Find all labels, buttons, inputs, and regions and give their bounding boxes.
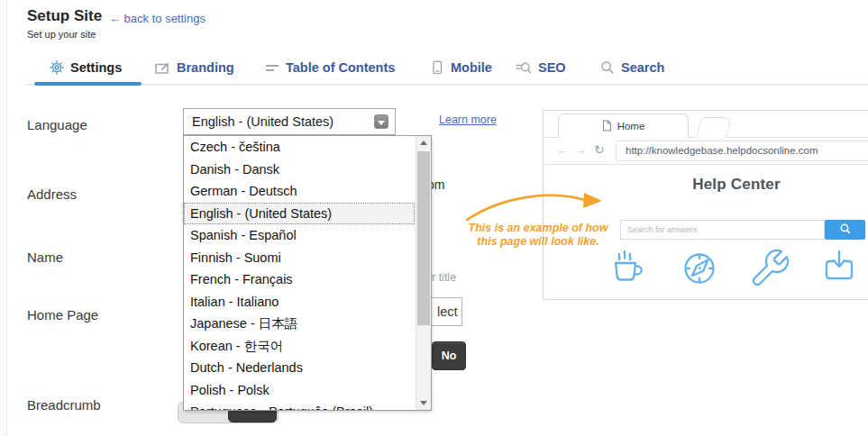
title-placeholder-partial: r title [432, 271, 456, 284]
setup-site-page: Setup Site ← back to settings Set up you… [0, 0, 868, 436]
address-label: Address [27, 186, 77, 202]
language-option[interactable]: Korean - 한국어 [184, 335, 415, 358]
tab-label: Branding [177, 60, 234, 75]
tab-search[interactable]: Search [600, 58, 664, 77]
language-label: Language [27, 117, 87, 132]
tab-label: Table of Contents [286, 60, 395, 75]
scrollbar-thumb[interactable] [417, 151, 430, 325]
language-option[interactable]: Spanish - Español [184, 224, 415, 247]
page-subtitle: Set up your site [27, 29, 96, 40]
back-arrow-icon[interactable]: ← [556, 142, 569, 157]
chevron-down-icon[interactable] [374, 114, 388, 129]
preview-search-input[interactable] [620, 220, 825, 240]
learn-more-link[interactable]: Learn more [439, 114, 497, 126]
language-option[interactable]: Polish - Polsk [184, 379, 415, 402]
edit-icon [155, 61, 170, 75]
language-select-value: English - (United States) [192, 109, 333, 134]
tab-mobile[interactable]: Mobile [430, 58, 492, 77]
tab-seo[interactable]: SEO [516, 58, 566, 77]
language-option[interactable]: Dutch - Nederlands [184, 357, 415, 379]
gear-icon [50, 60, 64, 75]
refresh-icon[interactable]: ↻ [594, 142, 605, 157]
language-select[interactable]: English - (United States) [183, 108, 396, 135]
tab-bar: Settings Branding Table of Contents [27, 56, 868, 86]
url-field[interactable]: http://knowledgebase.helpdocsonline.com [616, 141, 868, 161]
home-page-label: Home Page [27, 307, 98, 322]
browser-tab-strip: Home [544, 111, 868, 138]
url-text: http://knowledgebase.helpdocsonline.com [626, 141, 818, 160]
language-option[interactable]: German - Deutsch [184, 180, 415, 203]
breadcrumb-label: Breadcrumb [27, 397, 101, 413]
scroll-up-icon[interactable] [416, 136, 431, 150]
list-icon [266, 62, 279, 74]
forward-arrow-icon[interactable]: → [574, 142, 587, 157]
left-edge-divider [0, 0, 7, 436]
back-to-settings-link[interactable]: ← back to settings [109, 12, 206, 25]
language-option[interactable]: Finnish - Suomi [184, 247, 415, 269]
page-icon [602, 120, 612, 133]
dropdown-scrollbar[interactable] [416, 136, 431, 410]
annotation-line1: This is an example of how [461, 222, 615, 234]
page-title: Setup Site [27, 7, 102, 25]
language-option[interactable]: Czech - čeština [184, 136, 415, 159]
language-dropdown-list: Czech - češtinaDanish - DanskGerman - De… [183, 135, 432, 411]
wrench-icon[interactable] [748, 247, 791, 290]
magnifier-icon [839, 223, 852, 238]
active-tab-underline [34, 82, 142, 86]
tab-settings[interactable]: Settings [50, 58, 122, 77]
tab-label: Settings [70, 60, 122, 75]
browser-tab-home[interactable]: Home [558, 114, 689, 138]
browser-address-bar: ← → ↻ http://knowledgebase.helpdocsonlin… [544, 138, 868, 165]
seo-magnifier-icon [516, 61, 532, 75]
language-option[interactable]: Portuguese - Português (Brasil) [184, 401, 415, 411]
tab-table-of-contents[interactable]: Table of Contents [266, 58, 395, 77]
tab-label: SEO [538, 60, 566, 75]
no-button[interactable]: No [432, 341, 466, 370]
tab-label: Search [621, 60, 664, 75]
phone-icon [430, 60, 444, 75]
language-option[interactable]: Japanese - 日本語 [184, 313, 415, 335]
download-icon[interactable] [818, 247, 861, 290]
compass-icon[interactable] [678, 247, 721, 290]
tab-branding[interactable]: Branding [155, 58, 234, 77]
language-option[interactable]: Italian - Italiano [184, 291, 415, 313]
preview-search-button[interactable] [825, 220, 865, 240]
scroll-down-icon[interactable] [416, 396, 431, 410]
browser-new-tab[interactable] [696, 117, 733, 138]
language-option[interactable]: French - Français [184, 268, 415, 291]
magnifier-icon [600, 60, 615, 75]
language-option[interactable]: English - (United States) [184, 203, 415, 225]
annotation-line2: this page will look like. [461, 235, 615, 248]
browser-tab-label: Home [617, 121, 645, 132]
language-option[interactable]: Danish - Dansk [184, 159, 415, 181]
tab-baseline [27, 84, 868, 86]
coffee-icon[interactable] [606, 247, 649, 290]
name-label: Name [27, 250, 63, 265]
tab-label: Mobile [451, 60, 492, 75]
